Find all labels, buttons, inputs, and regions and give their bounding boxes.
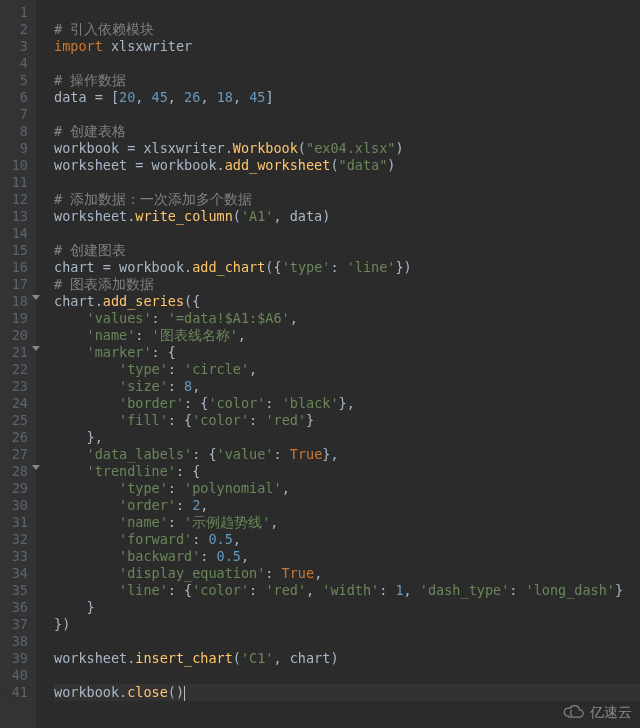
code-area[interactable]: # 引入依赖模块import xlsxwriter# 操作数据data = [2… bbox=[36, 0, 640, 728]
code-line[interactable]: }) bbox=[54, 616, 640, 633]
line-number: 38 bbox=[4, 633, 28, 650]
code-line[interactable]: 'marker': { bbox=[54, 344, 640, 361]
code-line[interactable]: 'name': '示例趋势线', bbox=[54, 514, 640, 531]
code-line[interactable] bbox=[54, 225, 640, 242]
line-number: 41 bbox=[4, 684, 28, 701]
line-number: 36 bbox=[4, 599, 28, 616]
line-number: 25 bbox=[4, 412, 28, 429]
line-number: 27 bbox=[4, 446, 28, 463]
line-number: 40 bbox=[4, 667, 28, 684]
line-number: 32 bbox=[4, 531, 28, 548]
line-number: 33 bbox=[4, 548, 28, 565]
code-line[interactable]: }, bbox=[54, 429, 640, 446]
code-line[interactable]: import xlsxwriter bbox=[54, 38, 640, 55]
watermark: 亿速云 bbox=[562, 703, 632, 722]
code-line[interactable] bbox=[54, 667, 640, 684]
line-number: 15 bbox=[4, 242, 28, 259]
line-number: 3 bbox=[4, 38, 28, 55]
line-number: 20 bbox=[4, 327, 28, 344]
fold-icon[interactable] bbox=[32, 346, 40, 351]
line-number: 14 bbox=[4, 225, 28, 242]
line-number: 9 bbox=[4, 140, 28, 157]
line-number: 34 bbox=[4, 565, 28, 582]
code-line[interactable]: 'size': 8, bbox=[54, 378, 640, 395]
line-number: 26 bbox=[4, 429, 28, 446]
code-line[interactable] bbox=[54, 55, 640, 72]
line-number: 22 bbox=[4, 361, 28, 378]
line-number: 23 bbox=[4, 378, 28, 395]
code-line[interactable]: workbook = xlsxwriter.Workbook("ex04.xls… bbox=[54, 140, 640, 157]
line-number: 29 bbox=[4, 480, 28, 497]
code-editor[interactable]: 1234567891011121314151617181920212223242… bbox=[0, 0, 640, 728]
line-number: 12 bbox=[4, 191, 28, 208]
code-line[interactable]: 'type': 'circle', bbox=[54, 361, 640, 378]
line-number: 21 bbox=[4, 344, 28, 361]
line-number: 8 bbox=[4, 123, 28, 140]
code-line[interactable]: 'border': {'color': 'black'}, bbox=[54, 395, 640, 412]
line-number: 19 bbox=[4, 310, 28, 327]
cloud-icon bbox=[562, 703, 586, 722]
code-line[interactable] bbox=[54, 4, 640, 21]
line-number: 13 bbox=[4, 208, 28, 225]
code-line[interactable]: worksheet.insert_chart('C1', chart) bbox=[54, 650, 640, 667]
line-number: 7 bbox=[4, 106, 28, 123]
line-number: 28 bbox=[4, 463, 28, 480]
code-line[interactable]: 'data_labels': {'value': True}, bbox=[54, 446, 640, 463]
code-line[interactable]: 'forward': 0.5, bbox=[54, 531, 640, 548]
code-line[interactable]: 'fill': {'color': 'red'} bbox=[54, 412, 640, 429]
code-line[interactable]: worksheet = workbook.add_worksheet("data… bbox=[54, 157, 640, 174]
line-number: 11 bbox=[4, 174, 28, 191]
code-line[interactable]: 'order': 2, bbox=[54, 497, 640, 514]
code-line[interactable]: 'display_equation': True, bbox=[54, 565, 640, 582]
code-line[interactable]: 'values': '=data!$A1:$A6', bbox=[54, 310, 640, 327]
code-line[interactable] bbox=[54, 174, 640, 191]
fold-icon[interactable] bbox=[32, 295, 40, 300]
watermark-label: 亿速云 bbox=[590, 704, 632, 722]
line-number: 4 bbox=[4, 55, 28, 72]
code-line[interactable]: # 图表添加数据 bbox=[54, 276, 640, 293]
code-line[interactable]: # 引入依赖模块 bbox=[54, 21, 640, 38]
code-line[interactable]: 'backward': 0.5, bbox=[54, 548, 640, 565]
line-number: 31 bbox=[4, 514, 28, 531]
code-line[interactable]: workbook.close() bbox=[54, 684, 640, 701]
line-number: 39 bbox=[4, 650, 28, 667]
line-number: 1 bbox=[4, 4, 28, 21]
code-line[interactable]: } bbox=[54, 599, 640, 616]
line-number: 10 bbox=[4, 157, 28, 174]
line-number: 30 bbox=[4, 497, 28, 514]
code-line[interactable] bbox=[54, 633, 640, 650]
code-line[interactable]: 'type': 'polynomial', bbox=[54, 480, 640, 497]
line-number: 37 bbox=[4, 616, 28, 633]
line-number: 5 bbox=[4, 72, 28, 89]
code-line[interactable]: # 创建图表 bbox=[54, 242, 640, 259]
code-line[interactable]: 'name': '图表线名称', bbox=[54, 327, 640, 344]
line-number: 35 bbox=[4, 582, 28, 599]
gutter: 1234567891011121314151617181920212223242… bbox=[0, 0, 36, 728]
fold-icon[interactable] bbox=[32, 465, 40, 470]
text-cursor bbox=[184, 686, 185, 701]
line-number: 18 bbox=[4, 293, 28, 310]
line-number: 17 bbox=[4, 276, 28, 293]
code-line[interactable] bbox=[54, 106, 640, 123]
code-line[interactable]: worksheet.write_column('A1', data) bbox=[54, 208, 640, 225]
code-line[interactable]: 'line': {'color': 'red', 'width': 1, 'da… bbox=[54, 582, 640, 599]
line-number: 6 bbox=[4, 89, 28, 106]
line-number: 16 bbox=[4, 259, 28, 276]
code-line[interactable]: chart.add_series({ bbox=[54, 293, 640, 310]
code-line[interactable]: 'trendline': { bbox=[54, 463, 640, 480]
code-line[interactable]: data = [20, 45, 26, 18, 45] bbox=[54, 89, 640, 106]
code-line[interactable]: # 操作数据 bbox=[54, 72, 640, 89]
code-line[interactable]: # 添加数据：一次添加多个数据 bbox=[54, 191, 640, 208]
code-line[interactable]: # 创建表格 bbox=[54, 123, 640, 140]
line-number: 24 bbox=[4, 395, 28, 412]
code-line[interactable]: chart = workbook.add_chart({'type': 'lin… bbox=[54, 259, 640, 276]
line-number: 2 bbox=[4, 21, 28, 38]
